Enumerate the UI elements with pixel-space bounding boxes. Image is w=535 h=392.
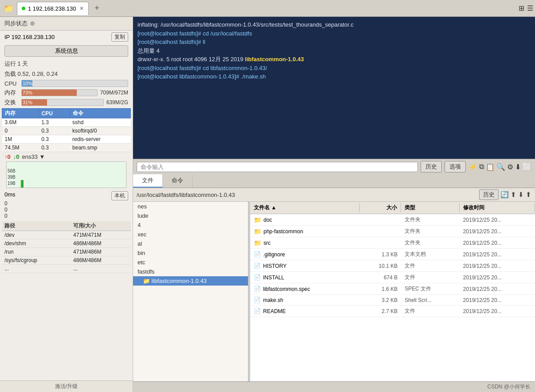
settings-icon[interactable]: ⚙ — [507, 163, 513, 171]
file-type: SPEC 文件 — [401, 284, 460, 294]
file-mtime: 2019/12/25 20... — [460, 262, 535, 270]
mem-label: 内存 — [4, 89, 19, 97]
file-size: 674 B — [360, 274, 401, 282]
table-row[interactable]: /sys/fs/cgroup486M/486M — [2, 256, 131, 265]
folder-icon[interactable]: 📁 — [2, 2, 15, 15]
path-history-button[interactable]: 历史 — [479, 189, 499, 200]
tree-item[interactable]: bin — [133, 248, 248, 258]
tree-item[interactable]: xec — [133, 230, 248, 239]
list-item[interactable]: 📄libfastcommon.spec 1.6 KB SPEC 文件 2019/… — [250, 283, 535, 295]
file-path-icons: 🔄 ⬆ ⬇ ⬆ — [500, 191, 531, 199]
file-icon: 📄 — [254, 263, 261, 269]
tab-files[interactable]: 文件 — [133, 174, 163, 188]
download2-icon[interactable]: ⬇ — [518, 191, 524, 199]
tab-commands[interactable]: 命令 — [163, 174, 193, 188]
up-icon[interactable]: ⬆ — [511, 191, 516, 199]
command-input[interactable] — [137, 162, 418, 172]
col-header-mtime[interactable]: 修改时间 — [460, 203, 535, 212]
tree-item[interactable]: fastdfs — [133, 267, 248, 276]
refresh-icon[interactable]: 🔄 — [500, 191, 509, 199]
tree-item[interactable]: etc — [133, 258, 248, 267]
file-mtime: 2019/12/25 20... — [460, 296, 535, 304]
tree-item[interactable]: nes — [133, 202, 248, 211]
col-header-name[interactable]: 文件名 ▲ — [250, 203, 360, 212]
file-mtime: 2019/12/25 20... — [460, 251, 535, 259]
file-path-label: /usr/local/fastdfs/libfastcommon-1.0.43 — [137, 192, 479, 198]
disk-table-wrap: 路径 可用/大小 /dev471M/471M/dev/shm486M/486M/… — [0, 220, 133, 380]
list-item[interactable]: 📁php-fastcommon 文件夹 2019/12/25 20... — [250, 226, 535, 237]
copy-icon[interactable]: ⧉ — [479, 163, 484, 171]
file-name: 📁php-fastcommon — [250, 227, 360, 236]
proc-col-cmd[interactable]: 命令 — [70, 109, 130, 118]
copy-button[interactable]: 复制 — [111, 32, 128, 42]
tab-bar-right: ⊞ ☰ — [519, 4, 533, 12]
tree-item[interactable]: lude — [133, 211, 248, 220]
proc-col-cpu[interactable]: CPU — [39, 109, 70, 118]
col-header-size[interactable]: 大小 — [360, 203, 401, 212]
tree-item[interactable]: al — [133, 239, 248, 248]
file-name: 📁doc — [250, 216, 360, 224]
list-item[interactable]: 📄make.sh 3.2 KB Shell Scri... 2019/12/25… — [250, 295, 535, 306]
disk-col-avail[interactable]: 可用/大小 — [71, 221, 131, 231]
bottom-bar: CSDN @小何学长 — [133, 381, 535, 392]
file-mtime: 2019/12/25 20... — [460, 307, 535, 315]
disk-avail: 486M/486M — [71, 239, 131, 248]
net-down: ↓0 — [13, 153, 20, 160]
upload-icon[interactable]: ⬆ — [526, 191, 531, 199]
fullscreen-icon[interactable]: ⬜ — [523, 163, 531, 171]
tab-close-button[interactable]: ✕ — [79, 5, 84, 12]
file-command-tabs: 文件 命令 — [133, 174, 535, 188]
paste-icon[interactable]: 📋 — [486, 163, 495, 171]
history-button[interactable]: 历史 — [421, 161, 442, 172]
menu-icon[interactable]: ☰ — [527, 4, 533, 12]
table-row[interactable]: 00.3ksoftirqd/0 — [2, 127, 131, 135]
sidebar-footer[interactable]: 激活/升级 — [0, 380, 133, 392]
options-button[interactable]: 选项 — [445, 161, 466, 172]
sidebar: 同步状态 IP 192.168.238.130 复制 系统信息 运行 1 天 负… — [0, 17, 133, 392]
cpu-progress: 10% — [21, 80, 128, 87]
tab-1[interactable]: 1 192.168.238.130 ✕ — [17, 2, 89, 15]
proc-cpu: 0.3 — [39, 127, 70, 135]
sys-info-button[interactable]: 系统信息 — [4, 45, 128, 57]
swap-label: 交换 — [4, 98, 19, 106]
file-mtime: 2019/12/25 20... — [460, 216, 535, 224]
cpu-pct: 10% — [23, 80, 32, 87]
terminal[interactable]: inflating: /usr/local/fastdfs/libfastcom… — [133, 17, 535, 159]
table-row[interactable]: ...... — [2, 265, 131, 273]
right-panel: inflating: /usr/local/fastdfs/libfastcom… — [133, 17, 535, 392]
network-chart: 56B 39B 19B — [6, 161, 126, 188]
table-row[interactable]: /run471M/486M — [2, 248, 131, 256]
table-row[interactable]: 74.5M0.3beam.smp — [2, 144, 131, 152]
list-item[interactable]: 📁src 文件夹 2019/12/25 20... — [250, 237, 535, 249]
list-item[interactable]: 📁doc 文件夹 2019/12/25 20... — [250, 214, 535, 226]
ip-row: IP 192.168.238.130 复制 — [0, 31, 133, 43]
terminal-line: 总用量 4 — [138, 47, 531, 55]
terminal-line: [root@localhost fastdfs]# cd libfastcomm… — [138, 64, 531, 73]
list-item[interactable]: 📄README 2.7 KB 文件 2019/12/25 20... — [250, 306, 535, 317]
proc-cmd: ksoftirqd/0 — [70, 127, 130, 135]
table-row[interactable]: 3.6M1.3sshd — [2, 118, 131, 127]
list-item[interactable]: 📄.gitignore 1.3 KB 文本文档 2019/12/25 20... — [250, 249, 535, 260]
lightning-icon[interactable]: ⚡ — [468, 163, 477, 171]
tree-item[interactable]: 4 — [133, 220, 248, 230]
local-button[interactable]: 本机 — [111, 191, 128, 200]
new-tab-button[interactable]: + — [90, 2, 103, 15]
proc-col-mem[interactable]: 内存 — [2, 109, 39, 118]
file-icon: 📄 — [254, 308, 261, 314]
tab-dot — [22, 7, 25, 10]
disk-path: /run — [2, 248, 71, 256]
list-item[interactable]: 📄HISTORY 10.1 KB 文件 2019/12/25 20... — [250, 260, 535, 272]
table-row[interactable]: 1M0.3redis-server — [2, 135, 131, 144]
search-icon[interactable]: 🔍 — [496, 163, 505, 171]
list-item[interactable]: 📄INSTALL 674 B 文件 2019/12/25 20... — [250, 272, 535, 283]
folder-icon: 📁 — [254, 216, 261, 223]
table-row[interactable]: /dev471M/471M — [2, 231, 131, 239]
col-header-type[interactable]: 类型 — [401, 203, 460, 212]
file-size: 1.6 KB — [360, 285, 401, 293]
table-row[interactable]: /dev/shm486M/486M — [2, 239, 131, 248]
disk-col-path[interactable]: 路径 — [2, 221, 71, 231]
download-icon[interactable]: ⬇ — [515, 163, 521, 171]
file-name: 📄libfastcommon.spec — [250, 285, 360, 293]
tree-item[interactable]: 📁 libfastcommon-1.0.43 — [133, 276, 248, 286]
grid-icon[interactable]: ⊞ — [519, 4, 524, 12]
